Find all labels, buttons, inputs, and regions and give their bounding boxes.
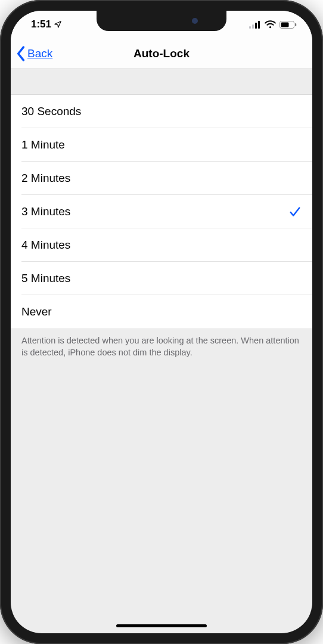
chevron-left-icon <box>15 46 26 61</box>
option-row[interactable]: Never <box>11 295 312 329</box>
option-label: 5 Minutes <box>21 272 70 285</box>
option-row[interactable]: 3 Minutes <box>11 195 312 228</box>
home-indicator[interactable] <box>116 624 207 627</box>
svg-rect-2 <box>255 23 257 29</box>
front-camera <box>192 18 198 24</box>
status-left: 1:51 <box>31 18 62 30</box>
status-time: 1:51 <box>31 18 51 30</box>
footer-text: Attention is detected when you are looki… <box>11 329 312 358</box>
screen: 1:51 <box>11 11 312 633</box>
svg-rect-3 <box>258 21 260 29</box>
checkmark-icon <box>288 205 302 218</box>
svg-rect-5 <box>281 22 289 27</box>
status-right <box>249 20 297 29</box>
option-label: 3 Minutes <box>21 205 70 218</box>
option-row[interactable]: 30 Seconds <box>11 95 312 128</box>
cellular-icon <box>249 21 261 29</box>
option-label: Never <box>21 305 52 318</box>
nav-bar: Back Auto-Lock <box>11 38 312 69</box>
device-frame: 1:51 <box>0 0 323 644</box>
svg-rect-1 <box>252 24 254 29</box>
svg-rect-0 <box>249 26 251 29</box>
svg-rect-6 <box>295 23 296 26</box>
option-row[interactable]: 1 Minute <box>11 128 312 162</box>
back-label: Back <box>27 47 52 60</box>
wifi-icon <box>265 20 276 29</box>
option-label: 1 Minute <box>21 138 65 151</box>
option-label: 30 Seconds <box>21 105 81 118</box>
option-row[interactable]: 4 Minutes <box>11 228 312 262</box>
option-label: 2 Minutes <box>21 172 70 185</box>
notch <box>97 11 226 31</box>
option-row[interactable]: 5 Minutes <box>11 262 312 295</box>
group-spacer <box>11 69 312 94</box>
option-row[interactable]: 2 Minutes <box>11 162 312 195</box>
page-title: Auto-Lock <box>133 47 190 60</box>
option-label: 4 Minutes <box>21 239 70 252</box>
battery-icon <box>279 21 297 29</box>
location-icon <box>54 20 62 29</box>
back-button[interactable]: Back <box>11 38 52 69</box>
options-list: 30 Seconds1 Minute2 Minutes3 Minutes4 Mi… <box>11 94 312 329</box>
